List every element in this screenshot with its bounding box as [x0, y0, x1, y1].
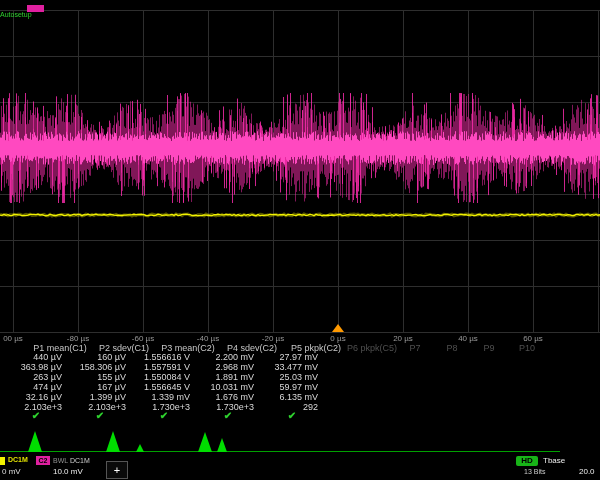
- measure-value: 1.557591 V: [144, 362, 190, 372]
- time-axis-label: -80 µs: [67, 334, 89, 343]
- measure-header-p10[interactable]: P10: [519, 343, 535, 353]
- measure-value: 1.676 mV: [215, 392, 254, 402]
- measure-value: 1.339 mV: [151, 392, 190, 402]
- measure-value: 1.399 µV: [90, 392, 126, 402]
- c1-scale-label: 0 mV: [2, 467, 21, 476]
- time-axis-label: 0 µs: [330, 334, 345, 343]
- waveform-display[interactable]: [0, 0, 600, 336]
- add-trace-button[interactable]: +: [106, 461, 128, 479]
- measure-value: 1.556645 V: [144, 382, 190, 392]
- measure-header-p6[interactable]: P6 pkpk(C5): [347, 343, 397, 353]
- measure-value: 158.306 µV: [80, 362, 126, 372]
- measure-value: 474 µV: [33, 382, 62, 392]
- measure-value: 59.97 mV: [279, 382, 318, 392]
- status-check-icon: ✔: [288, 410, 296, 421]
- time-axis-label: 40 µs: [458, 334, 478, 343]
- measure-value: 27.97 mV: [279, 352, 318, 362]
- measure-value: 1.891 mV: [215, 372, 254, 382]
- measure-value: 10.031 mV: [210, 382, 254, 392]
- measure-value: 2.200 mV: [215, 352, 254, 362]
- measure-value: 6.135 mV: [279, 392, 318, 402]
- measure-value: 263 µV: [33, 372, 62, 382]
- histogram-display[interactable]: [0, 427, 600, 455]
- c1-color-tab: [0, 457, 5, 465]
- measure-value: 440 µV: [33, 352, 62, 362]
- measure-value: 155 µV: [97, 372, 126, 382]
- measure-value: 1.730e+3: [216, 402, 254, 412]
- bits-label: 13 Bits: [524, 468, 545, 475]
- timebase-label: Tbase: [543, 456, 565, 465]
- measure-value: 2.968 mV: [215, 362, 254, 372]
- time-axis-label: -20 µs: [262, 334, 284, 343]
- hd-badge[interactable]: HD: [516, 456, 538, 466]
- time-axis-label: -60 µs: [132, 334, 154, 343]
- c1-coupling-label: DC1M: [8, 456, 28, 463]
- measure-value: 292: [303, 402, 318, 412]
- measure-value: 2.103e+3: [88, 402, 126, 412]
- oscilloscope-screen: Autosetup 00 µs -80 µs -60 µs -40 µs -20…: [0, 0, 600, 480]
- measure-value: 1.550084 V: [144, 372, 190, 382]
- c2-scale-label: 10.0 mV: [53, 467, 83, 476]
- status-check-icon: ✔: [160, 410, 168, 421]
- measure-value: 167 µV: [97, 382, 126, 392]
- time-axis-label: 00 µs: [3, 334, 23, 343]
- measure-header-p7[interactable]: P7: [409, 343, 420, 353]
- status-check-icon: ✔: [224, 410, 232, 421]
- measure-header-p8[interactable]: P8: [446, 343, 457, 353]
- trigger-position-marker[interactable]: [332, 324, 344, 332]
- measure-value: 33.477 mV: [274, 362, 318, 372]
- measure-value: 25.03 mV: [279, 372, 318, 382]
- measure-value: 160 µV: [97, 352, 126, 362]
- magenta-badge: [27, 5, 44, 12]
- status-check-icon: ✔: [32, 410, 40, 421]
- measure-header-p9[interactable]: P9: [483, 343, 494, 353]
- time-axis-label: 20 µs: [393, 334, 413, 343]
- measure-value: 32.16 µV: [26, 392, 62, 402]
- measure-value: 1.730e+3: [152, 402, 190, 412]
- measure-value: 1.556616 V: [144, 352, 190, 362]
- status-check-icon: ✔: [96, 410, 104, 421]
- c2-channel-chip: C2: [36, 456, 50, 465]
- c2-coupling-label: DC1M: [70, 457, 90, 464]
- time-axis-label: 60 µs: [523, 334, 543, 343]
- time-axis-label: -40 µs: [197, 334, 219, 343]
- undo-autosetup-link[interactable]: Autosetup: [0, 11, 32, 18]
- c2-bwl-tag: BWL: [53, 457, 68, 464]
- timebase-scale-label: 20.0: [579, 467, 595, 476]
- measure-value: 363.98 µV: [21, 362, 62, 372]
- measure-value: 2.103e+3: [24, 402, 62, 412]
